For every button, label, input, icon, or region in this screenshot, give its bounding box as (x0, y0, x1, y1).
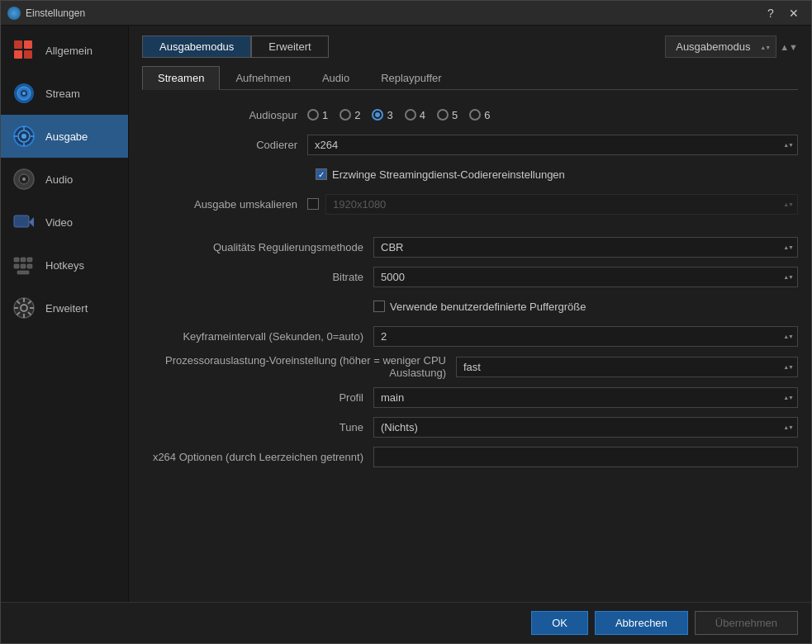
force-encoder-checkbox[interactable]: Erzwinge Streamingdienst-Codierereinstel… (316, 168, 565, 181)
tab-replaypuffer[interactable]: Replaypuffer (365, 66, 457, 89)
tab-streamen[interactable]: Streamen (142, 66, 220, 90)
tab-audio[interactable]: Audio (306, 66, 365, 89)
tune-select[interactable]: (Nichts) film animation grain stillimage… (373, 417, 798, 438)
sidebar-item-stream[interactable]: Stream (1, 72, 128, 115)
audio-track-6[interactable]: 6 (469, 109, 490, 121)
svg-rect-24 (21, 264, 26, 268)
x264-options-label: x264 Optionen (durch Leerzeichen getrenn… (142, 451, 373, 463)
radio-2-label: 2 (354, 109, 360, 121)
sidebar-label-audio: Audio (45, 173, 73, 186)
settings-icon (11, 37, 37, 64)
audiospur-row: Audiospur 1 2 3 (142, 103, 798, 126)
cancel-button[interactable]: Abbrechen (595, 611, 688, 635)
apply-button[interactable]: Übernehmen (695, 611, 798, 635)
qualitaet-select-wrap: CBR VBR ABR CRF (373, 237, 798, 258)
sidebar-label-video: Video (45, 216, 73, 229)
advanced-icon (11, 295, 37, 321)
bitrate-label: Bitrate (142, 271, 373, 283)
svg-point-10 (21, 134, 26, 139)
video-icon (11, 209, 37, 235)
svg-rect-18 (14, 215, 29, 227)
mode-tab-ausgabemodus[interactable]: Ausgabemodus (142, 36, 251, 58)
bitrate-input[interactable] (373, 267, 798, 287)
qualitaet-select[interactable]: CBR VBR ABR CRF (373, 237, 798, 258)
sidebar-item-hotkeys[interactable]: Hotkeys (1, 244, 128, 286)
profil-row: Profil baseline main high (142, 386, 798, 409)
force-encoder-row: Erzwinge Streamingdienst-Codierereinstel… (142, 163, 798, 186)
profil-select[interactable]: baseline main high (373, 387, 798, 408)
radio-3-circle (372, 109, 383, 121)
svg-rect-23 (14, 264, 19, 268)
radio-1-label: 1 (322, 109, 328, 121)
mode-row: Ausgabemodus Erweitert Ausgabemodus Erwe… (142, 36, 798, 58)
titlebar: Einstellungen ? ✕ (1, 1, 811, 26)
mode-select[interactable]: Ausgabemodus Erweitert (665, 36, 776, 58)
ausgabe-umskalieren-checkbox[interactable] (307, 198, 319, 210)
close-button[interactable]: ✕ (783, 5, 805, 21)
audio-track-group: 1 2 3 4 (307, 109, 798, 121)
app-icon (7, 7, 21, 20)
keyframe-row: Keyframeintervall (Sekunden, 0=auto) (142, 324, 798, 348)
svg-point-7 (22, 92, 26, 95)
audio-track-5[interactable]: 5 (437, 109, 458, 121)
tab-aufnehmen[interactable]: Aufnehmen (220, 66, 306, 89)
radio-3-label: 3 (387, 109, 392, 121)
svg-rect-25 (27, 264, 32, 268)
sidebar-item-erweitert[interactable]: Erweitert (1, 286, 128, 329)
codierer-select[interactable]: x264 NVENC H.264 QuickSync H.264 (307, 135, 798, 155)
main-content: Allgemein Stream (1, 26, 811, 602)
audio-track-2[interactable]: 2 (340, 109, 360, 121)
radio-4-label: 4 (420, 109, 425, 121)
resolution-select[interactable]: 1920x1080 1280x720 (325, 194, 798, 215)
bitrate-row: Bitrate (142, 265, 798, 288)
sidebar-item-ausgabe[interactable]: Ausgabe (1, 115, 128, 158)
settings-window: Einstellungen ? ✕ Allgemein (0, 0, 812, 644)
x264-options-input[interactable] (373, 447, 798, 467)
svg-rect-1 (14, 50, 22, 59)
sidebar-item-audio[interactable]: Audio (1, 158, 128, 201)
prozessor-select[interactable]: ultrafast superfast veryfast faster fast… (456, 357, 798, 377)
puffergroesse-box (373, 301, 385, 312)
titlebar-buttons: ? ✕ (760, 5, 805, 21)
radio-6-label: 6 (484, 109, 490, 121)
sidebar-label-erweitert: Erweitert (45, 302, 88, 315)
puffergroesse-checkbox[interactable]: Verwende benutzerdefinierte Puffergröße (373, 301, 586, 313)
qualitaet-label: Qualitäts Regulierungsmethode (142, 241, 373, 253)
svg-marker-19 (29, 217, 34, 227)
force-encoder-label: Erzwinge Streamingdienst-Codierereinstel… (332, 168, 565, 181)
puffergroesse-label: Verwende benutzerdefinierte Puffergröße (390, 301, 586, 313)
svg-rect-21 (21, 258, 26, 262)
help-button[interactable]: ? (760, 5, 781, 21)
keyframe-label: Keyframeintervall (Sekunden, 0=auto) (142, 330, 373, 343)
ausgabe-umskalieren-row: Ausgabe umskalieren 1920x1080 1280x720 (142, 192, 798, 215)
radio-6-circle (469, 109, 481, 121)
ausgabe-umskalieren-group: 1920x1080 1280x720 (307, 194, 798, 215)
ausgabe-umskalieren-label: Ausgabe umskalieren (142, 198, 307, 211)
radio-5-circle (437, 109, 449, 121)
tune-row: Tune (Nichts) film animation grain still… (142, 415, 798, 438)
ok-button[interactable]: OK (531, 611, 588, 635)
svg-rect-20 (14, 258, 19, 262)
hotkeys-icon (11, 252, 37, 278)
inner-tabs: Streamen Aufnehmen Audio Replaypuffer (142, 66, 798, 90)
sidebar-label-hotkeys: Hotkeys (45, 259, 84, 272)
tune-select-wrap: (Nichts) film animation grain stillimage… (373, 417, 798, 438)
force-encoder-box (316, 168, 327, 180)
qualitaet-row: Qualitäts Regulierungsmethode CBR VBR AB… (142, 235, 798, 258)
resolution-select-wrap: 1920x1080 1280x720 (325, 194, 798, 215)
keyframe-input-wrap (373, 326, 798, 347)
tune-label: Tune (142, 421, 373, 433)
audio-track-1[interactable]: 1 (307, 109, 328, 121)
x264-options-input-wrap (373, 447, 798, 467)
prozessor-select-wrap: ultrafast superfast veryfast faster fast… (456, 357, 798, 377)
svg-point-17 (22, 178, 26, 181)
sidebar-item-video[interactable]: Video (1, 201, 128, 244)
svg-rect-2 (24, 40, 32, 49)
audio-track-4[interactable]: 4 (405, 109, 425, 121)
sidebar-item-allgemein[interactable]: Allgemein (1, 29, 128, 72)
audio-track-3[interactable]: 3 (372, 109, 392, 121)
stream-icon (11, 80, 37, 107)
keyframe-input[interactable] (373, 326, 798, 347)
mode-tab-erweitert[interactable]: Erweitert (251, 36, 328, 58)
profil-label: Profil (142, 391, 373, 404)
